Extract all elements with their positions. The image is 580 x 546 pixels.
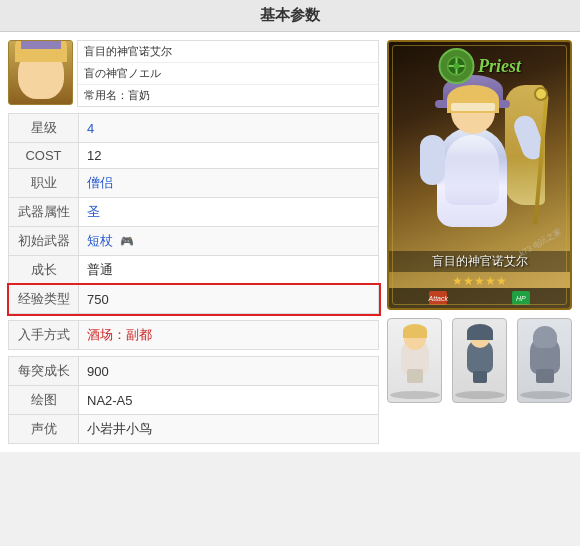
growth-per-value: 900	[79, 357, 379, 386]
hp-icon: HP	[512, 291, 530, 305]
svg-point-3	[453, 63, 459, 69]
painting-label: 绘图	[9, 386, 79, 415]
hp-stat: HP	[512, 291, 530, 305]
obtain-row: 入手方式 酒场：副都	[9, 321, 379, 350]
more-stats-table: 每突成长 900 绘图 NA2-A5 声优 小岩井小鸟	[8, 356, 379, 444]
mini-base-1	[390, 391, 440, 399]
exp-label: 经验类型	[9, 285, 79, 314]
mini-figure-1	[390, 324, 440, 389]
weapon-value: 圣	[79, 198, 379, 227]
obtain-label: 入手方式	[9, 321, 79, 350]
initial-weapon-label: 初始武器	[9, 227, 79, 256]
job-label: 职业	[9, 169, 79, 198]
job-row: 职业 僧侣	[9, 169, 379, 198]
cost-row: COST 12	[9, 143, 379, 169]
growth-per-label: 每突成长	[9, 357, 79, 386]
char-name-tag: 盲目的神官诺艾尔	[389, 251, 570, 272]
mini-chars	[387, 310, 572, 411]
mini-figure-3	[520, 324, 570, 389]
job-value: 僧侣	[79, 169, 379, 198]
growth-value: 普通	[79, 256, 379, 285]
char-stars: ★★★★★	[389, 274, 570, 288]
left-panel: 盲目的神官诺艾尔 盲の神官ノエル 常用名：盲奶 星级 4 COST 12	[8, 40, 379, 444]
growth-row: 成长 普通	[9, 256, 379, 285]
star-row: 星级 4	[9, 114, 379, 143]
info-header: 盲目的神官诺艾尔 盲の神官ノエル 常用名：盲奶	[8, 40, 379, 107]
weapon-row: 武器属性 圣	[9, 198, 379, 227]
char-stats-bar: Attack HP	[389, 288, 570, 308]
main-content: 盲目的神官诺艾尔 盲の神官ノエル 常用名：盲奶 星级 4 COST 12	[0, 32, 580, 452]
attack-icon: Attack	[429, 291, 447, 305]
char-name-jp2: 盲の神官ノエル	[78, 63, 378, 85]
priest-badge: Priest	[438, 48, 521, 84]
cost-value: 12	[79, 143, 379, 169]
char-silhouette	[415, 75, 545, 255]
stats-table: 星级 4 COST 12 职业 僧侣 武器属性 圣	[8, 113, 379, 314]
char-figure	[389, 82, 570, 248]
growth-label: 成长	[9, 256, 79, 285]
obtain-value: 酒场：副都	[79, 321, 379, 350]
char-thumbnail	[8, 40, 73, 105]
priest-label: Priest	[478, 56, 521, 77]
exp-row: 经验类型 750	[9, 285, 379, 314]
mini-char-1	[387, 318, 442, 403]
names-block: 盲目的神官诺艾尔 盲の神官ノエル 常用名：盲奶	[77, 40, 379, 107]
voice-row: 声优 小岩井小鸟	[9, 415, 379, 444]
star-label: 星级	[9, 114, 79, 143]
init-weapon-row: 初始武器 短杖 🎮	[9, 227, 379, 256]
cost-label: COST	[9, 143, 79, 169]
page-wrapper: 基本参数 盲目的神官诺艾尔 盲の神官ノエル 常用名：盲奶	[0, 0, 580, 452]
mini-base-2	[455, 391, 505, 399]
mini-char-2	[452, 318, 507, 403]
obtain-table: 入手方式 酒场：副都	[8, 320, 379, 350]
voice-value: 小岩井小鸟	[79, 415, 379, 444]
section-title: 基本参数	[0, 0, 580, 32]
exp-value: 750	[79, 285, 379, 314]
attack-stat: Attack	[429, 291, 447, 305]
weapon-label: 武器属性	[9, 198, 79, 227]
painting-row: 绘图 NA2-A5	[9, 386, 379, 415]
priest-icon	[438, 48, 474, 84]
growth-per-row: 每突成长 900	[9, 357, 379, 386]
mini-figure-2	[455, 324, 505, 389]
initial-weapon-value: 短杖 🎮	[79, 227, 379, 256]
char-name-jp1: 盲目的神官诺艾尔	[78, 41, 378, 63]
painting-value: NA2-A5	[79, 386, 379, 415]
char-nickname: 常用名：盲奶	[78, 85, 378, 106]
right-panel: Priest	[387, 40, 572, 444]
mini-char-3	[517, 318, 572, 403]
char-card: Priest	[387, 40, 572, 310]
voice-label: 声优	[9, 415, 79, 444]
star-value: 4	[79, 114, 379, 143]
mini-base-3	[520, 391, 570, 399]
